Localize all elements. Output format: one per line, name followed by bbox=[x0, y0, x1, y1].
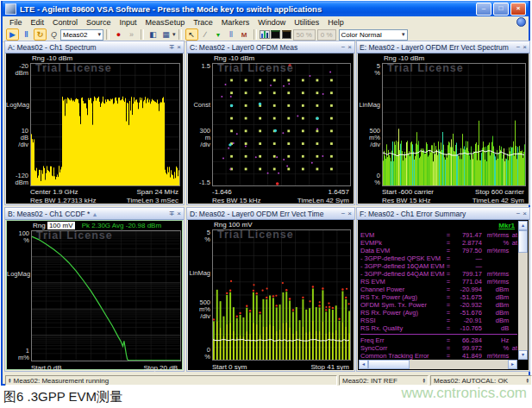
panel-header-ccdf[interactable]: B: Meas02 - Ch1 CCDF *▲ ∓ × bbox=[5, 208, 184, 220]
trial-license-watermark: Trial License bbox=[217, 229, 294, 241]
warning-icon: ▲ bbox=[91, 211, 97, 217]
menu-item-utilities[interactable]: Utilities bbox=[290, 18, 323, 27]
plot-body: Rng -10 dBm Trial License 5% LinMag 500m… bbox=[358, 53, 529, 204]
menu-item-edit[interactable]: Edit bbox=[27, 18, 49, 27]
panel-header-evs[interactable]: E: Meas02 - Layer0 OFDM Err Vect Spectru… bbox=[357, 41, 529, 53]
menu-item-help[interactable]: Help bbox=[323, 18, 348, 27]
close-icon[interactable]: × bbox=[523, 44, 527, 51]
status-reference-text: Meas02: INT REF bbox=[342, 377, 397, 385]
panel-title: E: Meas02 - Layer0 OFDM Err Vect Spectru… bbox=[360, 43, 514, 52]
error-spectrum-plot bbox=[382, 63, 526, 186]
layout-grid-icon[interactable]: ▦ bbox=[160, 29, 172, 40]
peak-marker-icon[interactable]: ▼ bbox=[213, 29, 224, 40]
y-axis-bottom-label: -1.5 bbox=[188, 179, 210, 186]
figure-caption: 图6 .3GPP EVM测量 bbox=[3, 389, 122, 405]
y-axis-bottom-label: 0% bbox=[188, 347, 210, 361]
vertical-scroll-thumb[interactable] bbox=[518, 230, 528, 253]
pin-icon[interactable]: ∓ bbox=[169, 210, 175, 217]
app-badge-icon[interactable] bbox=[516, 17, 526, 27]
scroll-right-icon[interactable]: ▸ bbox=[508, 360, 517, 369]
measurement-select[interactable]: Meas02 ▾ bbox=[60, 29, 103, 41]
close-icon[interactable]: × bbox=[347, 44, 352, 51]
pointer-tool-icon[interactable]: ↖ bbox=[185, 28, 198, 41]
scroll-left-icon[interactable]: ◂ bbox=[359, 360, 368, 369]
panel-header-constellation[interactable]: C: Meas02 - Layer0 OFDM Meas − × bbox=[187, 41, 354, 53]
y-axis-top-label: -20dBm bbox=[6, 63, 28, 77]
range-label: Rng 100 mV Pk 2.30G Avg -20.98 dBm bbox=[33, 222, 161, 229]
close-icon[interactable]: × bbox=[523, 210, 527, 217]
minimize-button[interactable]: – bbox=[476, 3, 491, 16]
trial-license-watermark: Trial License bbox=[387, 62, 464, 74]
y-axis-div-label: 300m/div bbox=[188, 128, 210, 148]
panel-title: D: Meas02 - Layer0 OFDM Err Vect Time bbox=[190, 210, 339, 218]
color-mode-select[interactable]: Color Normal ▾ bbox=[339, 29, 408, 41]
range-label: Rng -10 dBm bbox=[32, 54, 72, 62]
range-label: Rng -10 dBm bbox=[384, 54, 424, 62]
panel-title: A: Meas02 - Ch1 Spectrum bbox=[8, 43, 166, 52]
collapse-icon[interactable]: − bbox=[516, 210, 521, 217]
trial-license-watermark: Trial License bbox=[217, 62, 294, 74]
slope-marker-icon[interactable]: ∕ bbox=[200, 29, 211, 40]
panel-header-spectrum[interactable]: A: Meas02 - Ch1 Spectrum ∓ × bbox=[5, 41, 184, 53]
spinner-icon[interactable]: ▴▾ bbox=[526, 378, 529, 383]
close-icon[interactable]: × bbox=[177, 210, 181, 217]
x-axis-labels: Start 0 symStop 41 sym bbox=[212, 363, 349, 371]
menu-item-meassetup[interactable]: MeasSetup bbox=[141, 18, 190, 27]
collapse-icon[interactable]: − bbox=[341, 44, 346, 51]
chevron-down-icon: ▾ bbox=[402, 31, 405, 38]
band-marker-icon[interactable]: ‖ bbox=[226, 29, 237, 40]
title-bar[interactable]: LTE - Agilent 89600 VSA Software - Press… bbox=[3, 1, 529, 16]
trace-colors-icon[interactable] bbox=[260, 30, 270, 39]
maximize-button[interactable]: □ bbox=[493, 3, 509, 16]
menu-item-source[interactable]: Source bbox=[82, 18, 116, 27]
menu-item-input[interactable]: Input bbox=[116, 18, 141, 27]
y-axis-scale-label: LinMag bbox=[358, 102, 380, 109]
layout-dropdown-icon[interactable]: ▾ bbox=[172, 31, 176, 38]
scroll-track[interactable] bbox=[410, 360, 508, 369]
error-summary-row: EVM=791.47m%rmsat bbox=[360, 231, 517, 239]
close-icon[interactable]: × bbox=[347, 210, 352, 217]
range-label: Rng -10 dBm bbox=[214, 54, 254, 62]
pin-icon[interactable]: ∓ bbox=[169, 44, 175, 51]
menu-item-file[interactable]: File bbox=[5, 18, 27, 27]
pause-icon[interactable]: ‖ bbox=[21, 29, 32, 40]
trace-a-icon[interactable] bbox=[271, 30, 280, 39]
menu-item-trace[interactable]: Trace bbox=[189, 18, 217, 27]
close-icon[interactable]: × bbox=[177, 44, 181, 51]
menu-item-markers[interactable]: Markers bbox=[217, 18, 254, 27]
spinner-icon[interactable]: ▴▾ bbox=[9, 378, 11, 383]
collapse-icon[interactable]: − bbox=[516, 44, 521, 51]
trace-b-icon[interactable] bbox=[282, 30, 291, 39]
trial-license-watermark: Trial License bbox=[36, 229, 113, 242]
y-axis-bottom-label: -120dBm bbox=[6, 173, 28, 186]
panel-header-evt[interactable]: D: Meas02 - Layer0 OFDM Err Vect Time − … bbox=[187, 208, 354, 220]
scroll-down-icon[interactable]: ▾ bbox=[518, 350, 528, 360]
play-icon[interactable]: ▶ bbox=[6, 28, 19, 41]
error-summary-row: EVMPk=2.8774%at bbox=[360, 239, 517, 247]
collapse-icon[interactable]: − bbox=[341, 210, 346, 217]
panel-error-vector-time: D: Meas02 - Layer0 OFDM Err Vect Time − … bbox=[186, 207, 355, 372]
error-summary-row: RS Tx. Power (Avg)=-51.675dBm bbox=[360, 293, 517, 301]
marker-m-icon[interactable]: M bbox=[239, 29, 250, 40]
horizontal-scrollbar[interactable]: ◂ ▸ bbox=[359, 360, 517, 369]
lasso-icon[interactable]: Q bbox=[48, 29, 59, 40]
vertical-scrollbar[interactable]: ▴ ▾ bbox=[518, 221, 528, 360]
layout-single-icon[interactable]: ◧ bbox=[147, 29, 159, 40]
playback-icon[interactable]: » bbox=[126, 29, 137, 40]
record-icon[interactable]: ● bbox=[113, 29, 124, 40]
gain-b-field: 0 % bbox=[317, 29, 336, 41]
spinner-icon[interactable]: ▴▾ bbox=[422, 378, 425, 383]
y-axis-bottom-label: 1m% bbox=[7, 348, 29, 361]
panel-constellation: C: Meas02 - Layer0 OFDM Meas − × Rng -10… bbox=[186, 41, 355, 205]
menu-item-control[interactable]: Control bbox=[48, 18, 82, 27]
restart-icon[interactable]: ↻ bbox=[34, 28, 47, 41]
close-button[interactable]: × bbox=[510, 3, 526, 16]
error-summary-row: Common Tracking Error=41.849m%rms bbox=[360, 352, 517, 360]
menu-item-window[interactable]: Window bbox=[253, 18, 290, 27]
horizontal-scroll-thumb[interactable] bbox=[368, 360, 410, 369]
panel-header-summary[interactable]: F: Meas02 - Ch1 Error Summary − × bbox=[357, 208, 529, 220]
x-axis-labels: Start 0 dBStop 20 dB bbox=[31, 364, 178, 372]
plot-body: Rng 100 mV Pk 2.30G Avg -20.98 dBm Trial… bbox=[6, 220, 183, 370]
scroll-up-icon[interactable]: ▴ bbox=[518, 221, 528, 230]
y-axis-bottom-label: 0% bbox=[358, 173, 380, 186]
